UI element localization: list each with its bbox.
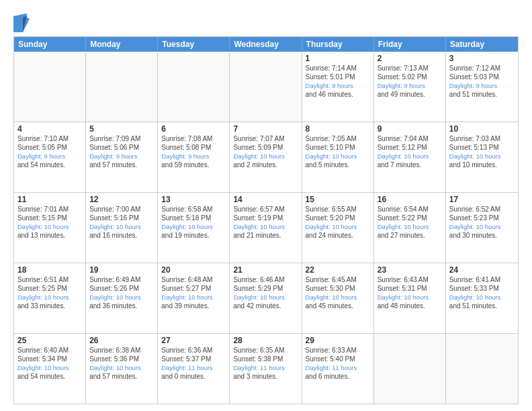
daylight-link-4[interactable]: Daylight: 9 hours xyxy=(17,152,65,160)
day-cell-1: 1Sunrise: 7:14 AMSunset: 5:01 PMDaylight… xyxy=(302,52,374,122)
daylight-link-13[interactable]: Daylight: 10 hours xyxy=(161,223,213,230)
daylight-link-22[interactable]: Daylight: 10 hours xyxy=(306,293,357,301)
daylight-link-23[interactable]: Daylight: 10 hours xyxy=(378,293,429,301)
header-day-friday: Friday xyxy=(374,37,446,52)
week-row-4: 18Sunrise: 6:51 AMSunset: 5:25 PMDayligh… xyxy=(14,263,518,333)
header-day-wednesday: Wednesday xyxy=(230,37,302,52)
day-info-19: Sunrise: 6:49 AMSunset: 5:26 PMDaylight:… xyxy=(89,275,154,310)
daylight-link-29[interactable]: Daylight: 11 hours xyxy=(306,364,357,371)
day-cell-25: 25Sunrise: 6:40 AMSunset: 5:34 PMDayligh… xyxy=(14,334,86,404)
day-number-3: 3 xyxy=(449,54,515,63)
day-info-24: Sunrise: 6:41 AMSunset: 5:33 PMDaylight:… xyxy=(449,275,515,310)
daylight-link-21[interactable]: Daylight: 10 hours xyxy=(233,293,285,301)
daylight-link-25[interactable]: Daylight: 10 hours xyxy=(17,364,69,371)
daylight-link-20[interactable]: Daylight: 10 hours xyxy=(161,293,213,301)
day-info-2: Sunrise: 7:13 AMSunset: 5:02 PMDaylight:… xyxy=(378,64,442,99)
logo-icon xyxy=(13,13,30,32)
day-number-13: 13 xyxy=(161,195,226,204)
daylight-link-11[interactable]: Daylight: 10 hours xyxy=(17,223,69,230)
day-info-27: Sunrise: 6:36 AMSunset: 5:37 PMDaylight:… xyxy=(161,346,226,381)
day-info-10: Sunrise: 7:03 AMSunset: 5:13 PMDaylight:… xyxy=(449,134,515,169)
day-cell-28: 28Sunrise: 6:35 AMSunset: 5:38 PMDayligh… xyxy=(230,334,302,404)
daylight-link-8[interactable]: Daylight: 10 hours xyxy=(306,152,357,160)
daylight-link-28[interactable]: Daylight: 11 hours xyxy=(233,364,285,371)
day-info-12: Sunrise: 7:00 AMSunset: 5:16 PMDaylight:… xyxy=(89,205,154,240)
page: SundayMondayTuesdayWednesdayThursdayFrid… xyxy=(0,0,532,411)
header-day-thursday: Thursday xyxy=(302,37,374,52)
daylight-link-19[interactable]: Daylight: 10 hours xyxy=(89,293,141,301)
day-cell-22: 22Sunrise: 6:45 AMSunset: 5:30 PMDayligh… xyxy=(302,263,374,333)
day-cell-empty xyxy=(446,334,518,404)
week-row-3: 11Sunrise: 7:01 AMSunset: 5:15 PMDayligh… xyxy=(14,192,518,263)
day-number-17: 17 xyxy=(449,195,515,204)
day-info-9: Sunrise: 7:04 AMSunset: 5:12 PMDaylight:… xyxy=(378,134,442,169)
week-row-2: 4Sunrise: 7:10 AMSunset: 5:05 PMDaylight… xyxy=(14,122,518,192)
day-number-26: 26 xyxy=(89,336,154,345)
day-cell-empty xyxy=(14,52,86,122)
day-number-12: 12 xyxy=(89,195,154,204)
day-cell-13: 13Sunrise: 6:58 AMSunset: 5:18 PMDayligh… xyxy=(158,193,230,263)
daylight-link-18[interactable]: Daylight: 10 hours xyxy=(17,293,69,301)
daylight-link-27[interactable]: Daylight: 11 hours xyxy=(161,364,213,371)
day-cell-11: 11Sunrise: 7:01 AMSunset: 5:15 PMDayligh… xyxy=(14,193,86,263)
daylight-link-5[interactable]: Daylight: 9 hours xyxy=(89,152,137,160)
day-cell-15: 15Sunrise: 6:55 AMSunset: 5:20 PMDayligh… xyxy=(302,193,374,263)
daylight-link-10[interactable]: Daylight: 10 hours xyxy=(449,152,501,160)
day-number-14: 14 xyxy=(233,195,298,204)
day-info-7: Sunrise: 7:07 AMSunset: 5:09 PMDaylight:… xyxy=(233,134,298,169)
day-number-16: 16 xyxy=(378,195,442,204)
daylight-link-12[interactable]: Daylight: 10 hours xyxy=(89,223,141,230)
day-info-11: Sunrise: 7:01 AMSunset: 5:15 PMDaylight:… xyxy=(17,205,82,240)
daylight-link-24[interactable]: Daylight: 10 hours xyxy=(449,293,501,301)
day-info-15: Sunrise: 6:55 AMSunset: 5:20 PMDaylight:… xyxy=(306,205,370,240)
day-info-20: Sunrise: 6:48 AMSunset: 5:27 PMDaylight:… xyxy=(161,275,226,310)
daylight-link-14[interactable]: Daylight: 10 hours xyxy=(233,223,285,230)
day-info-23: Sunrise: 6:43 AMSunset: 5:31 PMDaylight:… xyxy=(378,275,442,310)
daylight-link-17[interactable]: Daylight: 10 hours xyxy=(449,223,501,230)
day-cell-26: 26Sunrise: 6:38 AMSunset: 5:36 PMDayligh… xyxy=(86,334,158,404)
day-cell-20: 20Sunrise: 6:48 AMSunset: 5:27 PMDayligh… xyxy=(158,263,230,333)
day-number-23: 23 xyxy=(378,265,442,275)
day-number-1: 1 xyxy=(306,54,370,63)
daylight-link-3[interactable]: Daylight: 9 hours xyxy=(449,82,497,89)
daylight-link-2[interactable]: Daylight: 9 hours xyxy=(378,82,425,89)
day-cell-23: 23Sunrise: 6:43 AMSunset: 5:31 PMDayligh… xyxy=(374,263,446,333)
day-info-29: Sunrise: 6:33 AMSunset: 5:40 PMDaylight:… xyxy=(306,346,370,381)
day-number-22: 22 xyxy=(306,265,370,275)
daylight-link-15[interactable]: Daylight: 10 hours xyxy=(306,223,357,230)
day-number-15: 15 xyxy=(306,195,370,204)
day-cell-6: 6Sunrise: 7:08 AMSunset: 5:08 PMDaylight… xyxy=(158,122,230,192)
day-cell-empty xyxy=(158,52,230,122)
daylight-link-16[interactable]: Daylight: 10 hours xyxy=(378,223,429,230)
day-cell-8: 8Sunrise: 7:05 AMSunset: 5:10 PMDaylight… xyxy=(302,122,374,192)
daylight-link-26[interactable]: Daylight: 10 hours xyxy=(89,364,141,371)
day-cell-5: 5Sunrise: 7:09 AMSunset: 5:06 PMDaylight… xyxy=(86,122,158,192)
day-number-11: 11 xyxy=(17,195,82,204)
day-number-10: 10 xyxy=(449,124,515,134)
day-info-1: Sunrise: 7:14 AMSunset: 5:01 PMDaylight:… xyxy=(306,64,370,99)
day-cell-9: 9Sunrise: 7:04 AMSunset: 5:12 PMDaylight… xyxy=(374,122,446,192)
day-cell-19: 19Sunrise: 6:49 AMSunset: 5:26 PMDayligh… xyxy=(86,263,158,333)
day-number-27: 27 xyxy=(161,336,226,345)
day-cell-empty xyxy=(86,52,158,122)
day-number-28: 28 xyxy=(233,336,298,345)
day-cell-24: 24Sunrise: 6:41 AMSunset: 5:33 PMDayligh… xyxy=(446,263,518,333)
day-cell-14: 14Sunrise: 6:57 AMSunset: 5:19 PMDayligh… xyxy=(230,193,302,263)
day-info-4: Sunrise: 7:10 AMSunset: 5:05 PMDaylight:… xyxy=(17,134,82,169)
header-day-monday: Monday xyxy=(86,37,158,52)
day-cell-7: 7Sunrise: 7:07 AMSunset: 5:09 PMDaylight… xyxy=(230,122,302,192)
header-day-saturday: Saturday xyxy=(446,37,518,52)
day-cell-empty xyxy=(230,52,302,122)
daylight-link-7[interactable]: Daylight: 10 hours xyxy=(233,152,285,160)
day-number-7: 7 xyxy=(233,124,298,134)
calendar: SundayMondayTuesdayWednesdayThursdayFrid… xyxy=(13,36,519,404)
calendar-body: 1Sunrise: 7:14 AMSunset: 5:01 PMDaylight… xyxy=(14,52,518,404)
day-info-28: Sunrise: 6:35 AMSunset: 5:38 PMDaylight:… xyxy=(233,346,298,381)
daylight-link-1[interactable]: Daylight: 9 hours xyxy=(306,82,353,89)
daylight-link-6[interactable]: Daylight: 9 hours xyxy=(161,152,209,160)
day-cell-17: 17Sunrise: 6:52 AMSunset: 5:23 PMDayligh… xyxy=(446,193,518,263)
day-cell-2: 2Sunrise: 7:13 AMSunset: 5:02 PMDaylight… xyxy=(374,52,446,122)
daylight-link-9[interactable]: Daylight: 10 hours xyxy=(378,152,429,160)
day-info-18: Sunrise: 6:51 AMSunset: 5:25 PMDaylight:… xyxy=(17,275,82,310)
week-row-5: 25Sunrise: 6:40 AMSunset: 5:34 PMDayligh… xyxy=(14,333,518,404)
